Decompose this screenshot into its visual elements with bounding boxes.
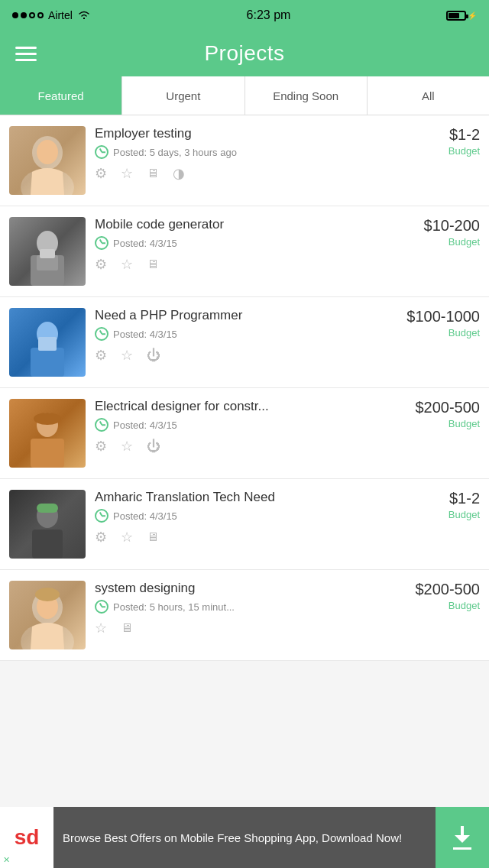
- clock-hand-minute: [102, 333, 105, 335]
- project-actions: ⚙ ☆ ⏻: [95, 438, 403, 455]
- project-thumbnail: [9, 581, 86, 649]
- project-budget: $200-500 Budget: [415, 399, 480, 430]
- clock-icon: [95, 418, 108, 432]
- project-budget-section: $100-1000 Budget: [400, 308, 480, 377]
- budget-amount: $1-2: [449, 126, 480, 144]
- download-icon: [453, 826, 471, 850]
- gear-icon[interactable]: ⚙: [95, 438, 107, 455]
- clock-hand-minute: [102, 424, 105, 426]
- list-item[interactable]: Amharic Translation Tech Need Posted: 4/…: [0, 479, 489, 570]
- power-icon[interactable]: ⏻: [147, 439, 160, 455]
- signal-dot-4: [37, 12, 44, 18]
- project-meta: Posted: 5 days, 3 hours ago: [95, 145, 436, 159]
- project-thumbnail: [9, 399, 86, 468]
- project-meta: Posted: 4/3/15: [95, 418, 403, 432]
- project-budget-section: $200-500 Budget: [409, 581, 480, 649]
- gear-icon[interactable]: ⚙: [95, 529, 107, 546]
- project-info: system designing Posted: 5 hours, 15 min…: [95, 581, 403, 636]
- monitor-icon[interactable]: 🖥: [147, 167, 159, 180]
- budget-label: Budget: [449, 600, 480, 611]
- project-budget-section: $10-200 Budget: [418, 217, 480, 286]
- monitor-icon[interactable]: 🖥: [147, 530, 159, 544]
- download-arrow: [453, 826, 471, 844]
- budget-label: Budget: [449, 418, 480, 429]
- tab-urgent[interactable]: Urgent: [122, 76, 244, 115]
- gear-icon[interactable]: ⚙: [95, 165, 107, 182]
- svg-rect-15: [37, 504, 58, 513]
- menu-button[interactable]: [15, 47, 37, 61]
- star-icon[interactable]: ☆: [95, 620, 107, 636]
- project-budget-section: $200-500 Budget: [409, 399, 480, 468]
- project-thumbnail: [9, 490, 86, 559]
- star-icon[interactable]: ☆: [121, 256, 133, 273]
- battery-fill: [449, 13, 459, 18]
- project-actions: ⚙ ☆ 🖥: [95, 529, 436, 546]
- clock-hand-minute: [102, 606, 105, 607]
- page-title: Projects: [204, 41, 284, 66]
- list-item[interactable]: system designing Posted: 5 hours, 15 min…: [0, 570, 489, 661]
- clock-icon: [95, 327, 108, 341]
- star-icon[interactable]: ☆: [121, 165, 133, 182]
- tab-featured[interactable]: Featured: [0, 76, 122, 115]
- project-title: Amharic Translation Tech Need: [95, 490, 436, 505]
- project-title: Mobile code generator: [95, 217, 412, 232]
- list-item[interactable]: Mobile code generator Posted: 4/3/15 ⚙ ☆…: [0, 206, 489, 297]
- monitor-icon[interactable]: 🖥: [147, 257, 159, 271]
- project-budget: $200-500 Budget: [415, 581, 480, 612]
- clock-icon: [95, 509, 108, 523]
- tab-all[interactable]: All: [368, 76, 489, 115]
- posted-date: Posted: 4/3/15: [113, 510, 177, 522]
- budget-amount: $200-500: [415, 399, 480, 416]
- posted-date: Posted: 4/3/15: [113, 329, 177, 340]
- posted-date: Posted: 5 hours, 15 minut...: [113, 601, 235, 613]
- wifi-icon: [77, 9, 91, 22]
- posted-date: Posted: 4/3/15: [113, 238, 177, 249]
- power-icon[interactable]: ⏻: [147, 348, 160, 364]
- project-thumbnail: [9, 217, 86, 286]
- tab-bar: Featured Urgent Ending Soon All: [0, 76, 489, 115]
- status-left: Airtel: [12, 9, 91, 22]
- ad-download-button[interactable]: [436, 807, 489, 868]
- svg-point-12: [34, 413, 61, 425]
- star-icon[interactable]: ☆: [121, 438, 133, 455]
- clock-icon: [95, 236, 108, 250]
- svg-rect-14: [32, 530, 63, 559]
- budget-label: Budget: [449, 236, 480, 248]
- budget-amount: $100-1000: [406, 308, 480, 326]
- posted-date: Posted: 5 days, 3 hours ago: [113, 147, 237, 158]
- project-title: Electrical designer for constr...: [95, 399, 403, 414]
- signal-dot-3: [29, 12, 35, 18]
- project-thumbnail: [9, 126, 86, 195]
- project-info: Electrical designer for constr... Posted…: [95, 399, 403, 455]
- ad-logo: sd ✕: [0, 807, 53, 868]
- svg-rect-9: [38, 337, 57, 351]
- project-budget: $1-2 Budget: [449, 490, 480, 521]
- project-meta: Posted: 4/3/15: [95, 236, 412, 250]
- hamburger-line-1: [15, 47, 37, 49]
- battery-icon: [446, 11, 466, 21]
- status-right: ⚡: [446, 11, 477, 21]
- gear-icon[interactable]: ⚙: [95, 347, 107, 364]
- project-info: Need a PHP Programmer Posted: 4/3/15 ⚙ ☆…: [95, 308, 394, 364]
- half-circle-icon[interactable]: ◑: [173, 165, 185, 182]
- star-icon[interactable]: ☆: [121, 347, 133, 364]
- budget-label: Budget: [449, 145, 480, 157]
- signal-dot-1: [12, 12, 18, 18]
- list-item[interactable]: Electrical designer for constr... Posted…: [0, 388, 489, 479]
- star-icon[interactable]: ☆: [121, 529, 133, 546]
- signal-dots: [12, 12, 44, 18]
- gear-icon[interactable]: ⚙: [95, 256, 107, 273]
- ad-banner: sd ✕ Browse Best Offers on Mobile Free S…: [0, 807, 489, 868]
- list-item[interactable]: Employer testing Posted: 5 days, 3 hours…: [0, 115, 489, 206]
- ad-text: Browse Best Offers on Mobile Free Shoppi…: [53, 830, 436, 846]
- svg-point-2: [37, 140, 58, 164]
- list-item[interactable]: Need a PHP Programmer Posted: 4/3/15 ⚙ ☆…: [0, 297, 489, 388]
- budget-amount: $10-200: [424, 217, 480, 235]
- project-actions: ⚙ ☆ 🖥: [95, 256, 412, 273]
- monitor-icon[interactable]: 🖥: [121, 621, 133, 635]
- clock-icon: [95, 145, 108, 159]
- project-budget-section: $1-2 Budget: [442, 126, 480, 195]
- tab-ending-soon[interactable]: Ending Soon: [245, 76, 368, 115]
- charging-bolt: ⚡: [468, 11, 477, 20]
- project-title: system designing: [95, 581, 403, 596]
